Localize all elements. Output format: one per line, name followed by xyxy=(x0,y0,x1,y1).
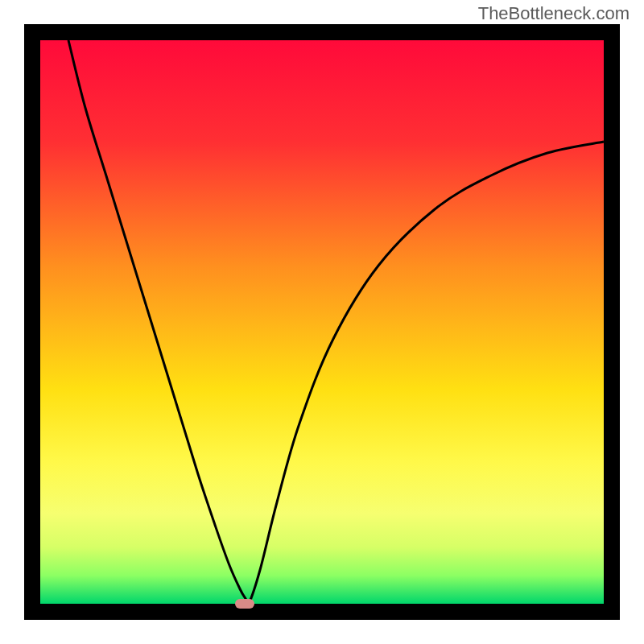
chart-gradient-background xyxy=(40,40,604,604)
chart-outer-frame xyxy=(24,24,620,620)
watermark-text: TheBottleneck.com xyxy=(478,3,630,24)
bottleneck-chart xyxy=(24,24,620,620)
minimum-marker xyxy=(235,599,254,608)
